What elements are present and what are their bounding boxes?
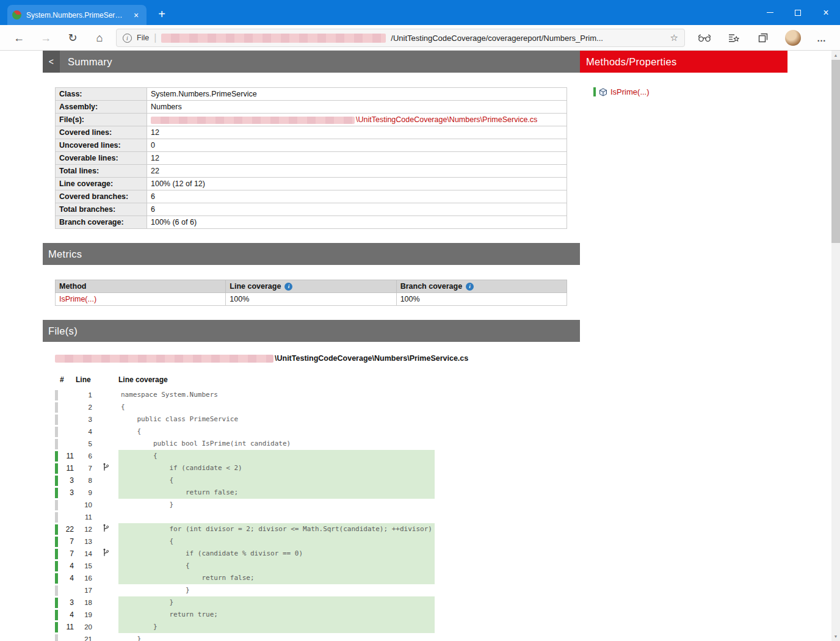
summary-label: Covered lines: [56, 126, 147, 139]
branch-icon [103, 548, 109, 557]
info-icon[interactable]: i [466, 283, 474, 291]
metrics-column-header: Branch coveragei [396, 280, 567, 293]
redacted-path-segment [55, 355, 273, 363]
line-number: 3 [76, 413, 95, 426]
line-number: 13 [76, 535, 95, 548]
redacted-path-segment [151, 117, 355, 124]
code-text: { [118, 401, 435, 413]
collections-icon[interactable] [753, 29, 773, 46]
metrics-column-header: Method [56, 280, 226, 293]
back-nav-icon[interactable]: ← [10, 29, 28, 47]
summary-row: Covered lines:12 [56, 126, 567, 139]
refresh-icon[interactable]: ↻ [63, 29, 82, 47]
files-title: File(s) [48, 325, 78, 337]
code-text: return false; [118, 572, 435, 584]
noncoverable-indicator [55, 439, 58, 449]
url-path-text: /UnitTestingCodeCoverage/coveragereport/… [391, 34, 665, 43]
visit-count: 22 [60, 523, 76, 535]
file-path-text: \UnitTestingCodeCoverage\Numbers\PrimeSe… [275, 354, 468, 363]
summary-row: Class:System.Numbers.PrimeService [56, 88, 567, 101]
visit-count [60, 633, 76, 641]
branch-cell [95, 523, 118, 535]
method-item[interactable]: IsPrime(...) [593, 87, 788, 96]
summary-label: Coverable lines: [56, 152, 147, 165]
metrics-table: MethodLine coverageiBranch coveragei IsP… [55, 280, 567, 306]
branch-coverage-value: 100% [396, 293, 567, 306]
visit-count [60, 401, 76, 413]
covered-indicator [55, 524, 58, 535]
code-text: } [118, 633, 435, 641]
branch-cell [95, 389, 118, 401]
report-back-button[interactable]: < [43, 51, 60, 73]
minimize-icon [767, 12, 773, 13]
info-icon[interactable]: i [284, 283, 292, 291]
line-number: 21 [76, 633, 95, 641]
branch-cell [95, 426, 118, 438]
tab-close-icon[interactable]: × [131, 10, 142, 21]
visit-count: 4 [60, 609, 76, 621]
covered-indicator [55, 488, 58, 498]
summary-row: Assembly:Numbers [56, 101, 567, 114]
methods-panel: Methods/Properties IsPrime(...) [580, 51, 788, 96]
branch-cell [95, 474, 118, 487]
code-text: { [118, 560, 435, 572]
branch-cell [95, 535, 118, 548]
line-number: 2 [76, 401, 95, 413]
files-header-bar: File(s) [43, 320, 580, 342]
noncoverable-indicator [55, 390, 58, 400]
code-line-row: 39 return false; [55, 487, 435, 499]
line-number: 8 [76, 474, 95, 487]
profile-avatar[interactable] [785, 30, 801, 46]
line-coverage-value: 100% [226, 293, 396, 306]
favorites-icon[interactable] [724, 29, 744, 46]
new-tab-button[interactable]: + [154, 6, 170, 22]
code-text: return true; [118, 609, 435, 621]
favorite-star-icon[interactable]: ☆ [670, 32, 678, 43]
method-label[interactable]: IsPrime(...) [610, 87, 650, 96]
summary-row: Coverable lines:12 [56, 152, 567, 165]
metrics-header-bar: Metrics [43, 243, 580, 265]
metrics-header-label: Branch coverage [400, 282, 462, 291]
forward-nav-icon[interactable]: → [37, 29, 55, 47]
settings-more-icon[interactable]: … [812, 29, 831, 46]
mask-glasses-icon [698, 34, 711, 42]
metrics-column-header: Line coveragei [226, 280, 396, 293]
minimize-button[interactable] [756, 0, 784, 25]
home-icon[interactable]: ⌂ [90, 29, 109, 47]
scroll-down-icon[interactable]: ▼ [831, 632, 840, 641]
browser-tab[interactable]: System.Numbers.PrimeService - × [7, 5, 147, 25]
extension-mask-icon[interactable] [695, 29, 714, 46]
code-line-row: 1120 } [55, 621, 435, 633]
branch-cell [95, 584, 118, 596]
covered-indicator [55, 476, 58, 486]
scrollbar-thumb[interactable] [831, 60, 840, 243]
code-line-row: 21 } [55, 633, 435, 641]
method-link[interactable]: IsPrime(...) [59, 295, 96, 303]
address-bar[interactable]: i File | /UnitTestingCodeCoverage/covera… [116, 29, 685, 47]
code-text: { [118, 474, 435, 487]
coverage-report-page: < Summary Class:System.Numbers.PrimeServ… [0, 51, 831, 641]
line-number: 20 [76, 621, 95, 633]
maximize-button[interactable] [784, 0, 812, 25]
branch-cell [95, 487, 118, 499]
branch-cell [95, 511, 118, 523]
code-line-row: 419 return true; [55, 609, 435, 621]
close-button[interactable]: × [812, 0, 840, 25]
methods-header-bar: Methods/Properties [580, 51, 788, 73]
code-line-row: 2{ [55, 401, 435, 413]
vertical-scrollbar[interactable]: ▲ ▼ [831, 51, 840, 641]
code-line-row: 714 if (candidate % divisor == 0) [55, 548, 435, 560]
summary-value: Numbers [147, 101, 567, 114]
page-info-icon[interactable]: i [123, 34, 132, 43]
code-text: if (candidate < 2) [118, 462, 435, 474]
visit-count: 7 [60, 548, 76, 560]
line-number: 14 [76, 548, 95, 560]
file-link[interactable]: \UnitTestingCodeCoverage\Numbers\PrimeSe… [356, 115, 537, 124]
scroll-up-icon[interactable]: ▲ [831, 51, 840, 60]
summary-label: Total lines: [56, 165, 147, 178]
summary-value: 100% (12 of 12) [147, 178, 567, 190]
summary-row: Uncovered lines:0 [56, 139, 567, 152]
branch-cell [95, 572, 118, 584]
redacted-url-segment [161, 34, 386, 43]
code-text: { [118, 450, 435, 462]
